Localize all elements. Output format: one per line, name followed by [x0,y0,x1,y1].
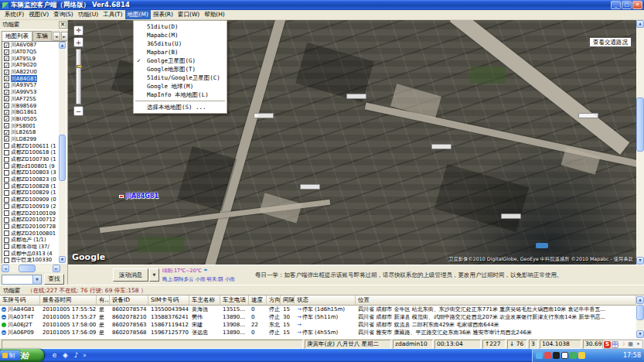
map-menu-item[interactable]: 51ditu/Google卫星图(C) [134,73,227,82]
scroll-message-button[interactable]: 滚动消息 [113,268,148,282]
vehicle-checkbox[interactable] [4,130,9,135]
column-header[interactable]: 方向 [267,295,281,306]
vehicle-tree-item[interactable]: 成都zd100801 (9 [2,162,66,169]
vehicle-tree-item[interactable]: 成都库存组 (37/ [2,244,66,251]
locate-arrow-icon[interactable]: → [297,322,302,328]
vehicle-tree-item[interactable]: 成都ZD100909 (0 [2,196,66,203]
zoom-slider-thumb[interactable] [77,65,82,68]
vehicle-checkbox[interactable] [4,63,9,68]
zoom-slider[interactable] [76,49,81,104]
vehicle-checkbox[interactable] [4,56,9,61]
maximize-button[interactable]: □ [622,1,632,9]
vehicle-checkbox[interactable] [4,76,9,81]
input-method-icon[interactable]: 中 [612,341,618,348]
sidebar-tab[interactable]: 地图列表 [2,31,32,41]
locate-arrow-icon[interactable]: → [297,306,302,312]
map-menu-item[interactable]: 365ditu(U) [134,39,227,48]
menu-item[interactable]: 窗口(W) [175,10,202,19]
table-row[interactable]: 川A03T4T 20101005 17:55:27 是 8602078210 1… [0,313,644,321]
vehicle-checkbox[interactable] [4,50,9,55]
tray-icon[interactable] [578,352,585,359]
input-method-icon[interactable]: ▦ [627,341,634,348]
vehicle-checkbox[interactable] [4,170,9,176]
quick-launch-more-icon[interactable]: » [83,352,87,359]
vehicle-marker[interactable]: 川A84G81 [119,192,158,200]
sidebar-tab[interactable]: 车辆 [32,31,52,41]
vehicle-checkbox[interactable] [4,251,9,256]
scroll-up-icon[interactable]: ▲ [59,42,66,49]
minimize-button[interactable]: _ [611,1,621,9]
tray-icon[interactable] [570,352,577,359]
column-header[interactable]: 有... [97,295,110,306]
find-button[interactable]: 查找 [44,274,64,285]
quick-launch-icon[interactable]: ♪ [72,351,80,360]
traffic-conditions-button[interactable]: 查看交通路况 [589,37,632,47]
quick-launch-icon[interactable]: e [50,351,59,360]
map-menu-item[interactable]: ✓ Goolge卫星图(G) [134,56,227,65]
vehicle-checkbox[interactable] [4,70,9,75]
map-menu-item-select-local[interactable]: 选择本地地图(S) ... [134,103,227,111]
vehicle-tree-item[interactable]: 成都ZD100919 (2 [2,203,66,210]
vehicle-tree-item[interactable]: 成都ZD20100712 [2,217,66,224]
tab-scroll-right-icon[interactable]: ► [61,32,69,41]
tab-scroll-left-icon[interactable]: ◄ [53,32,60,41]
vehicle-tree-item[interactable]: 川A84G81 [2,75,66,82]
tray-icon[interactable] [561,352,568,359]
column-header[interactable]: 状态 [295,295,356,306]
vehicle-checkbox[interactable] [4,150,9,155]
map-menu-item[interactable]: Mapbar(B) [134,48,227,56]
column-header[interactable]: 间隔 [281,295,295,306]
map-menu-item[interactable]: Google 地球(M) [134,82,227,90]
vehicle-tree-item[interactable]: 成都ZD20100109 [2,210,66,217]
list-horizontal-scrollbar[interactable]: ◄ ► [2,265,60,272]
vehicle-checkbox[interactable] [4,217,9,223]
quick-launch-icon[interactable]: ◈ [61,351,70,360]
vehicle-checkbox[interactable] [4,183,9,189]
vehicle-tree-item[interactable]: 川FS8001 [2,122,66,129]
tray-icon[interactable] [544,352,551,359]
table-row[interactable]: 川A06P09 20101005 17:56:09 是 8602078568 1… [0,329,644,336]
vehicle-tree-item[interactable]: 成都中晶0313 (4 [2,250,66,257]
pan-control-icon[interactable]: ✛ [73,26,83,36]
vehicle-checkbox[interactable] [4,224,9,229]
scroll-left-icon[interactable]: ◄ [2,265,9,272]
locate-arrow-icon[interactable]: → [297,330,302,336]
zoom-out-button[interactable]: − [73,106,83,116]
scrollbar-thumb[interactable] [636,305,644,320]
vehicle-tree-item[interactable]: 川AF725S [2,96,66,103]
input-method-icon[interactable]: ☽ [619,341,626,348]
column-header[interactable]: 车主名称 [189,295,220,306]
vehicle-tree-item[interactable]: 川BU0505 [2,116,66,123]
vehicle-checkbox[interactable] [4,157,9,162]
task-button[interactable]: 制 [0,350,20,360]
menu-item[interactable]: 帮助(H) [202,10,227,19]
vehicle-checkbox[interactable] [4,43,9,48]
vehicle-checkbox[interactable] [4,143,9,149]
column-header[interactable]: 车牌号码 [0,295,40,306]
vehicle-tree-item[interactable]: 成都ZD20100728 [2,224,66,231]
scrollbar-thumb[interactable] [19,265,36,272]
scroll-up-icon[interactable]: ▲ [636,296,644,304]
table-row[interactable]: 川A84G81 20101005 17:55:52 是 8602078574 1… [0,306,644,313]
map-menu-item[interactable]: MapInfo 本地地图(L) [134,90,227,99]
menu-item[interactable]: 功能(U) [76,10,101,19]
vehicle-tree-item[interactable]: 成都ZD100611 (1 [2,142,66,149]
menu-item[interactable]: 系统(F) [2,10,26,19]
vehicle-checkbox[interactable] [4,231,9,236]
column-header[interactable]: 车主电话 [220,295,249,306]
vehicle-checkbox[interactable] [4,210,9,216]
vehicle-tree-item[interactable]: 川A822U0 [2,69,66,76]
vehicle-tree-item[interactable]: 川A6V087 [2,42,66,49]
tray-icon[interactable] [553,352,560,359]
menu-item[interactable]: 视图(V) [26,10,51,19]
panel-close-icon[interactable]: × [59,21,66,29]
vehicle-tree-item[interactable]: 川AT07Q5 [2,49,66,56]
scroll-down-icon[interactable]: ▼ [636,330,644,338]
input-method-icon[interactable]: S [604,341,611,348]
table-row[interactable]: 川A06J2T 20101005 17:58:00 是 8602078563 1… [0,321,644,329]
vehicle-tree-item[interactable]: 成都ZD100803 (3 [2,169,66,176]
vehicle-checkbox[interactable] [4,203,9,209]
scroll-up-icon[interactable]: ▲ [636,20,644,28]
vehicle-tree-item[interactable]: 成都地产 (1/1) [2,237,66,244]
column-header[interactable]: 设备ID [110,295,148,306]
